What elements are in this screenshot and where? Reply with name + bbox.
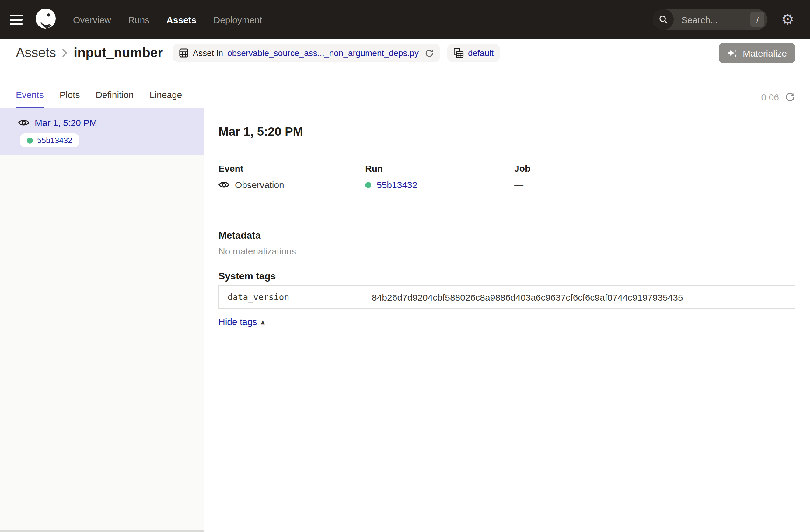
hamburger-menu-icon[interactable] — [10, 7, 26, 32]
metadata-empty-state: No materializations — [218, 246, 795, 256]
job-value: — — [514, 180, 523, 190]
nav-item-deployment[interactable]: Deployment — [214, 14, 262, 25]
tag-value-cell: 84b26d7d9204cbf588026c8a9886d403a6c9637c… — [363, 286, 795, 308]
search-icon — [653, 9, 674, 30]
content-area: Mar 1, 5:20 PM 55b13432 Mar 1, 5:20 PM E… — [0, 108, 810, 532]
run-column-label: Run — [365, 163, 514, 174]
nav-item-runs[interactable]: Runs — [128, 14, 149, 25]
event-list-item-selected[interactable]: Mar 1, 5:20 PM 55b13432 — [0, 108, 204, 155]
system-tags-table: data_version 84b26d7d9204cbf588026c8a988… — [218, 286, 795, 309]
chevron-right-icon — [62, 49, 67, 57]
reload-definitions-icon[interactable] — [425, 48, 434, 58]
run-id-badge[interactable]: 55b13432 — [20, 133, 79, 147]
run-status-dot — [27, 137, 33, 143]
repo-tables-icon — [453, 48, 464, 58]
events-sidebar: Mar 1, 5:20 PM 55b13432 — [0, 108, 205, 532]
event-type-label: Observation — [235, 180, 284, 190]
page-header: Assets input_number Asset in observable_… — [0, 39, 810, 67]
dagster-logo-icon[interactable] — [34, 7, 57, 32]
dagster-asset-events-page: Overview Runs Assets Deployment / ⚙ Asse… — [0, 0, 810, 532]
top-nav-right: / ⚙ — [653, 9, 794, 30]
tab-lineage[interactable]: Lineage — [150, 90, 182, 108]
search-shortcut-key: / — [751, 12, 765, 27]
tag-key-cell: data_version — [219, 286, 363, 308]
tab-events[interactable]: Events — [16, 90, 44, 108]
event-detail-title: Mar 1, 5:20 PM — [218, 124, 795, 139]
refresh-countdown: 0:06 — [761, 92, 779, 102]
caret-up-icon: ▲ — [261, 319, 265, 325]
tab-plots[interactable]: Plots — [60, 90, 80, 108]
divider — [218, 215, 795, 215]
event-type-cell: Observation — [218, 180, 365, 190]
asset-origin-pill: Asset in observable_source_ass..._non_ar… — [173, 44, 440, 62]
job-column-label: Job — [514, 163, 795, 174]
breadcrumb-assets-link[interactable]: Assets — [16, 45, 56, 61]
search-input[interactable] — [680, 14, 751, 25]
materialize-button[interactable]: Materialize — [719, 43, 795, 63]
top-nav: Overview Runs Assets Deployment / ⚙ — [0, 0, 810, 39]
gear-icon[interactable]: ⚙ — [781, 12, 794, 27]
asset-group-pill[interactable]: default — [447, 44, 500, 62]
run-cell: 55b13432 — [365, 180, 514, 190]
primary-nav: Overview Runs Assets Deployment — [73, 14, 262, 25]
system-tags-heading: System tags — [218, 271, 795, 282]
auto-refresh-control: 0:06 — [761, 92, 795, 108]
hide-tags-label: Hide tags — [218, 317, 257, 327]
tabs-row: Events Plots Definition Lineage 0:06 — [0, 67, 810, 108]
hide-tags-link[interactable]: Hide tags ▲ — [218, 317, 265, 327]
event-column-label: Event — [218, 163, 365, 174]
group-default-link[interactable]: default — [468, 48, 493, 58]
refresh-icon[interactable] — [785, 92, 795, 102]
run-status-dot — [365, 182, 371, 188]
event-timestamp: Mar 1, 5:20 PM — [35, 117, 97, 128]
search-box[interactable]: / — [653, 9, 768, 30]
asset-origin-prefix: Asset in — [193, 48, 223, 58]
table-icon — [179, 48, 188, 58]
nav-item-assets[interactable]: Assets — [166, 14, 196, 25]
materialize-label: Materialize — [743, 48, 787, 58]
nav-item-overview[interactable]: Overview — [73, 14, 111, 25]
page-title-asset-name: input_number — [74, 45, 163, 61]
tab-definition[interactable]: Definition — [96, 90, 133, 108]
sparkle-icon — [728, 48, 738, 58]
tabs: Events Plots Definition Lineage — [16, 90, 182, 108]
eye-icon — [218, 181, 229, 189]
divider — [218, 153, 795, 154]
job-cell: — — [514, 180, 795, 190]
event-detail-panel: Mar 1, 5:20 PM Event Run Job Observation… — [205, 108, 810, 532]
definition-file-link[interactable]: observable_source_ass..._non_argument_de… — [227, 48, 419, 58]
run-id-link[interactable]: 55b13432 — [377, 180, 418, 190]
event-summary-grid: Event Run Job Observation 55b13432 — — [218, 163, 795, 190]
run-id-label: 55b13432 — [37, 136, 72, 145]
metadata-heading: Metadata — [218, 230, 795, 241]
eye-icon — [18, 119, 29, 127]
